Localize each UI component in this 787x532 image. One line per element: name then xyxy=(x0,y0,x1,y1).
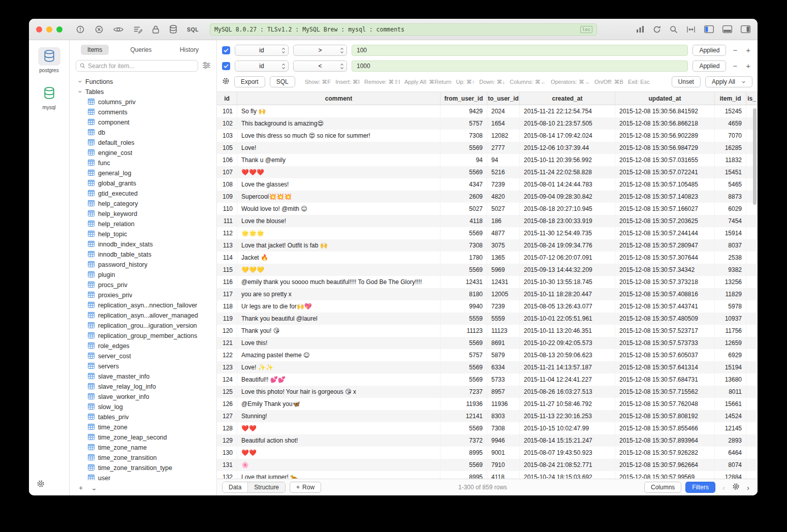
unset-button[interactable]: Unset xyxy=(672,76,701,87)
cell-comment[interactable]: ❤️❤️ xyxy=(237,422,440,434)
applied-button[interactable]: Applied xyxy=(692,60,726,72)
cell-item_id[interactable]: 15194 xyxy=(715,361,746,373)
cell-to_user_id[interactable]: 2777 xyxy=(487,142,520,154)
search-input[interactable] xyxy=(88,62,194,70)
cell-from_user_id[interactable]: 8995 xyxy=(440,447,487,459)
column-header-id[interactable]: id xyxy=(217,92,237,105)
table-row[interactable]: 119Thank you beautiful @laurel5559555920… xyxy=(217,312,758,325)
zoom-window-button[interactable] xyxy=(56,26,62,33)
sidebar-item-table-slave_master_info[interactable]: slave_master_info xyxy=(70,371,216,382)
cell-comment[interactable]: So fly 🙌 xyxy=(237,105,440,117)
cell-created_at[interactable]: 2015-11-21 22:12:54.754 xyxy=(520,105,615,117)
cell-to_user_id[interactable]: 4820 xyxy=(487,191,520,203)
table-row[interactable]: 106Thank u @emily94942015-10-11 20:39:56… xyxy=(217,154,758,166)
edit-rows-icon[interactable] xyxy=(133,25,142,34)
chart-icon[interactable] xyxy=(636,25,644,33)
cell-item_id[interactable]: 7070 xyxy=(715,130,746,142)
sidebar-item-table-replication_group_member_actions[interactable]: replication_group_member_actions xyxy=(70,331,216,341)
table-row[interactable]: 116@emily thank you soooo much beautiful… xyxy=(217,276,758,288)
cell-created_at[interactable]: 2015-08-13 20:59:06.623 xyxy=(520,349,615,361)
cell-updated_at[interactable]: 2015-12-08 15:30:57.166027 xyxy=(615,203,715,215)
vertical-scrollbar[interactable] xyxy=(753,108,757,205)
sidebar-item-table-innodb_table_stats[interactable]: innodb_table_stats xyxy=(70,249,216,260)
cell-is_[interactable] xyxy=(746,239,758,252)
cell-item_id[interactable]: 11756 xyxy=(715,325,746,337)
cell-to_user_id[interactable]: 1654 xyxy=(487,117,520,130)
cell-created_at[interactable]: 2015-08-01 14:24:44.783 xyxy=(520,178,615,191)
table-row[interactable]: 105Love!556927772015-12-06 10:37:39.4420… xyxy=(217,142,758,154)
cell-id[interactable]: 116 xyxy=(217,276,237,288)
cell-created_at[interactable]: 2015-10-11 20:39:56.992 xyxy=(520,154,615,166)
cell-comment[interactable]: Beautiful!! 💕💕 xyxy=(237,373,440,386)
cell-is_[interactable] xyxy=(746,410,758,422)
cell-id[interactable]: 117 xyxy=(217,288,237,300)
cell-item_id[interactable]: 14524 xyxy=(715,410,746,422)
cell-to_user_id[interactable]: 9001 xyxy=(487,447,520,459)
cell-is_[interactable] xyxy=(746,288,758,300)
cell-is_[interactable] xyxy=(746,447,758,459)
cell-to_user_id[interactable]: 8303 xyxy=(487,410,520,422)
cell-to_user_id[interactable]: 94 xyxy=(487,154,520,166)
cell-is_[interactable] xyxy=(746,422,758,434)
minimize-window-button[interactable] xyxy=(46,26,52,33)
sidebar-item-table-plugin[interactable]: plugin xyxy=(70,270,216,280)
cell-updated_at[interactable]: 2015-12-08 15:30:57.926282 xyxy=(615,447,715,459)
search-icon[interactable] xyxy=(670,25,678,34)
cell-updated_at[interactable]: 2015-12-08 15:30:57.855466 xyxy=(615,422,715,434)
column-header-comment[interactable]: comment xyxy=(237,92,440,105)
cell-is_[interactable] xyxy=(746,337,758,349)
table-row[interactable]: 113Love that jacket! Outfit is fab 🙌7308… xyxy=(217,239,758,252)
table-row[interactable]: 128❤️❤️556973082015-10-15 10:02:47.99201… xyxy=(217,422,758,434)
cell-from_user_id[interactable]: 5569 xyxy=(440,373,487,386)
refresh-icon[interactable] xyxy=(653,25,661,34)
cell-comment[interactable]: you are so pretty x xyxy=(237,288,440,300)
sidebar-item-table-component[interactable]: component xyxy=(70,117,216,128)
cell-item_id[interactable]: 10937 xyxy=(715,312,746,325)
cell-created_at[interactable]: 2015-11-30 12:54:49.735 xyxy=(520,227,615,239)
cell-from_user_id[interactable]: 7308 xyxy=(440,239,487,252)
tab-queries[interactable]: Queries xyxy=(123,45,158,55)
toggle-right-panel-icon[interactable] xyxy=(741,25,750,33)
cell-to_user_id[interactable]: 7910 xyxy=(487,459,520,471)
cell-id[interactable]: 115 xyxy=(217,264,237,276)
table-row[interactable]: 121Love this!556986912015-10-22 09:42:05… xyxy=(217,337,758,349)
cell-from_user_id[interactable]: 94 xyxy=(440,154,487,166)
cell-from_user_id[interactable]: 7308 xyxy=(440,130,487,142)
cell-updated_at[interactable]: 2015-12-08 15:30:57.684731 xyxy=(615,373,715,386)
cell-is_[interactable] xyxy=(746,252,758,264)
toggle-bottom-panel-icon[interactable] xyxy=(722,25,732,33)
cell-from_user_id[interactable]: 5569 xyxy=(440,337,487,349)
close-window-button[interactable] xyxy=(36,26,42,33)
cell-updated_at[interactable]: 2015-12-08 15:30:57.140823 xyxy=(615,191,715,203)
cell-item_id[interactable]: 6029 xyxy=(715,203,746,215)
column-width-icon[interactable] xyxy=(686,26,696,33)
filter-settings-gear-icon[interactable] xyxy=(222,77,230,87)
cell-from_user_id[interactable]: 2609 xyxy=(440,191,487,203)
sidebar-item-table-user[interactable]: user xyxy=(70,473,216,480)
add-filter-button[interactable]: + xyxy=(744,61,752,71)
cell-updated_at[interactable]: 2015-12-08 15:30:57.893964 xyxy=(615,434,715,447)
cell-to_user_id[interactable]: 11123 xyxy=(487,325,520,337)
cell-comment[interactable]: Supercool💥💥💥 xyxy=(237,191,440,203)
tab-history[interactable]: History xyxy=(173,45,205,55)
cell-is_[interactable] xyxy=(746,227,758,239)
cell-comment[interactable]: Thank you beautiful @laurel xyxy=(237,312,440,325)
cell-item_id[interactable]: 4659 xyxy=(715,117,746,130)
cell-id[interactable]: 112 xyxy=(217,227,237,239)
cell-item_id[interactable]: 6464 xyxy=(715,447,746,459)
filter-sliders-icon[interactable] xyxy=(203,61,210,71)
cell-id[interactable]: 114 xyxy=(217,252,237,264)
cell-created_at[interactable]: 2015-11-24 22:02:58.828 xyxy=(520,166,615,178)
cell-updated_at[interactable]: 2015-12-08 15:30:56.902289 xyxy=(615,130,715,142)
cell-id[interactable]: 103 xyxy=(217,130,237,142)
cell-to_user_id[interactable]: 7239 xyxy=(487,300,520,312)
cell-from_user_id[interactable]: 12141 xyxy=(440,410,487,422)
filter-enabled-checkbox[interactable] xyxy=(222,62,230,70)
cell-is_[interactable] xyxy=(746,386,758,398)
sidebar-item-table-slave_relay_log_info[interactable]: slave_relay_log_info xyxy=(70,382,216,392)
filter-enabled-checkbox[interactable] xyxy=(222,46,230,54)
cell-updated_at[interactable]: 2015-12-08 15:30:57.962664 xyxy=(615,459,715,471)
column-header-item_id[interactable]: item_id xyxy=(715,92,746,105)
tab-items[interactable]: Items xyxy=(81,45,109,55)
cell-updated_at[interactable]: 2015-12-08 15:30:57.031655 xyxy=(615,154,715,166)
